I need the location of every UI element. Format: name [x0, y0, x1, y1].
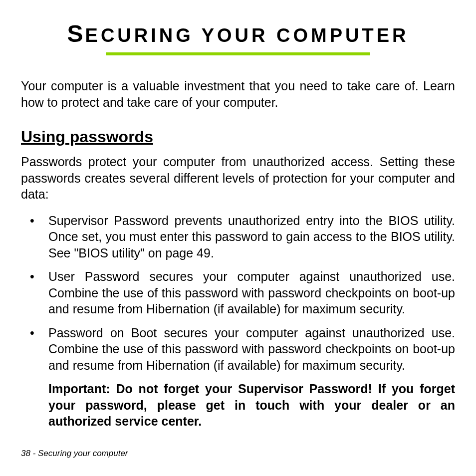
- bullet-list: Supervisor Password prevents unauthorize…: [21, 213, 455, 374]
- page-footer: 38 - Securing your computer: [21, 449, 128, 459]
- list-item: Password on Boot secures your computer a…: [21, 325, 455, 374]
- title-rest: ECURING YOUR COMPUTER: [85, 25, 409, 46]
- list-item: User Password secures your computer agai…: [21, 268, 455, 317]
- important-note: Important: Do not forget your Supervisor…: [21, 381, 455, 430]
- title-underline: [106, 52, 370, 55]
- list-item: Supervisor Password prevents unauthorize…: [21, 213, 455, 261]
- section-intro: Passwords protect your computer from una…: [21, 154, 455, 203]
- section-heading: Using passwords: [21, 128, 455, 146]
- intro-paragraph: Your computer is a valuable investment t…: [21, 78, 455, 110]
- title-first-letter: S: [67, 20, 85, 47]
- page-title: SECURING YOUR COMPUTER: [21, 20, 455, 47]
